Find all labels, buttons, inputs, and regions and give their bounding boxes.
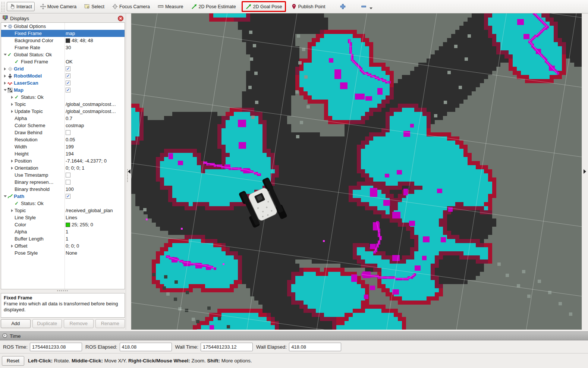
tree-row-use-timestamp[interactable]: Use Timestamp [1,172,125,179]
tree-row-draw-behind[interactable]: Draw Behind [1,129,125,136]
tree-row-path[interactable]: Path✓ [1,193,125,200]
checkbox[interactable] [66,180,70,185]
tree-row-fixed-frame[interactable]: ✓Fixed FrameOK [1,58,125,65]
mouse-help-text: Left-Click: Rotate. Middle-Click: Move X… [28,358,252,364]
tree-row-background-color[interactable]: Background Color48; 48; 48 [1,37,125,44]
tree-row-pose-style[interactable]: Pose StyleNone [1,249,125,257]
tree-row-alpha[interactable]: Alpha0.7 [1,115,125,122]
tree-row-color-scheme[interactable]: Color Schemecostmap [1,122,125,129]
tree-row-resolution[interactable]: Resolution0.05 [1,136,125,143]
dropdown-caret-icon[interactable] [370,7,372,9]
add-button[interactable]: Add [1,319,31,328]
tree-row-status-ok[interactable]: ✓Status: Ok [1,200,125,207]
expander-icon[interactable] [3,25,7,27]
property-value: /global_costmap/cost… [66,101,116,108]
expander-icon[interactable] [10,96,15,99]
time-panel: Time ROS Time:ROS Elapsed:Wall Time:Wall… [0,330,588,353]
value-text: costmap [66,122,84,129]
value-text: 194 [66,150,74,157]
collapse-left-icon[interactable] [128,169,131,174]
checkbox[interactable] [66,130,70,135]
tree-row-color[interactable]: Color25; 255; 0 [1,221,125,228]
right-splitter[interactable] [582,13,588,330]
tool-tool[interactable] [358,2,375,11]
3d-viewport[interactable] [131,13,582,330]
checkbox[interactable]: ✓ [66,81,70,85]
color-swatch[interactable] [66,38,70,43]
tree-row-offset[interactable]: Offset0; 0; 0 [1,242,125,249]
expander-icon[interactable] [3,67,7,70]
minus-icon [361,3,367,10]
tree-row-global-status-ok[interactable]: ✓Global Status: Ok [1,51,125,58]
expander-icon[interactable] [10,110,15,113]
property-label: Status: Ok [21,94,44,101]
ros-elapsed-input[interactable] [120,343,172,351]
reset-button[interactable]: Reset [2,356,24,366]
tree-row-fixed-frame[interactable]: Fixed Framemap [1,30,125,37]
property-label: Buffer Length [15,235,44,242]
tree-row-orientation[interactable]: Orientation0; 0; 0; 1 [1,164,125,172]
checkbox[interactable]: ✓ [66,194,70,199]
value-text: Lines [66,214,77,221]
tree-row-position[interactable]: Position-7.1644; -4.2377; 0 [1,157,125,164]
ros-time-input[interactable] [30,343,82,351]
displays-panel: Displays ✕ Global OptionsFixed FramemapB… [0,13,126,330]
tree-row-frame-rate[interactable]: Frame Rate30 [1,44,125,51]
tree-row-height[interactable]: Height194 [1,150,125,157]
checkbox[interactable] [66,173,70,177]
tree-row-width[interactable]: Width199 [1,143,125,150]
tree-row-status-ok[interactable]: ✓Status: Ok [1,94,125,101]
panel-splitter-handle[interactable]: •••••• [1,289,125,293]
tree-row-global-options[interactable]: Global Options [1,23,125,30]
tool-label: Interact [16,4,32,9]
tree-row-laserscan[interactable]: LaserScan✓ [1,79,125,87]
tool-tool[interactable] [337,2,348,11]
checkbox[interactable]: ✓ [66,66,70,71]
render-canvas[interactable] [131,13,582,330]
tool-move-camera[interactable]: Move Camera [38,2,79,11]
expander-icon[interactable] [10,167,15,170]
expander-icon[interactable] [10,103,15,106]
close-icon[interactable]: ✕ [118,16,123,21]
checkbox[interactable]: ✓ [66,73,70,78]
property-label: Global Status: Ok [14,51,52,58]
expander-icon[interactable] [10,160,15,163]
left-splitter[interactable] [126,13,131,330]
property-label: Path [14,193,24,200]
tree-row-topic[interactable]: Topic/global_costmap/cost… [1,101,125,108]
wall-time-input[interactable] [201,343,253,351]
color-swatch[interactable] [66,223,70,227]
property-label: RobotModel [14,72,42,79]
tree-row-binary-threshold[interactable]: Binary threshold100 [1,186,125,193]
expander-icon[interactable] [3,75,7,78]
collapse-right-icon[interactable] [584,169,586,174]
tree-row-update-topic[interactable]: Update Topic/global_costmap/cost… [1,108,125,115]
expander-icon[interactable] [3,54,7,56]
expander-icon[interactable] [3,195,7,197]
wall-elapsed-input[interactable] [289,343,341,351]
tree-row-binary-represen[interactable]: Binary represen… [1,179,125,186]
property-label: Fixed Frame [21,58,48,65]
tool-2d-goal-pose[interactable]: 2D Goal Pose [243,2,284,11]
tool-select[interactable]: Select [82,2,107,11]
checkbox[interactable]: ✓ [66,88,70,92]
tree-row-grid[interactable]: Grid✓ [1,65,125,72]
expander-icon[interactable] [3,89,7,91]
tree-row-buffer-length[interactable]: Buffer Length1 [1,235,125,242]
expander-icon[interactable] [10,209,15,212]
expander-icon[interactable] [10,245,15,248]
tree-row-line-style[interactable]: Line StyleLines [1,214,125,221]
tool-2d-pose-estimate[interactable]: 2D Pose Estimate [189,2,238,11]
tree-row-topic[interactable]: Topic/received_global_plan [1,207,125,214]
expander-icon[interactable] [3,82,7,85]
tool-publish-point[interactable]: Publish Point [289,2,327,11]
tool-interact[interactable]: Interact [7,2,35,11]
check-icon: ✓ [15,94,21,101]
tree-row-map[interactable]: Map✓ [1,87,125,94]
toolbar-drag-handle[interactable] [1,2,4,12]
property-label: Height [15,150,29,157]
tree-row-robotmodel[interactable]: RobotModel✓ [1,72,125,79]
tool-focus-camera[interactable]: Focus Camera [110,2,152,11]
tree-row-alpha[interactable]: Alpha1 [1,228,125,235]
tool-measure[interactable]: Measure [155,2,186,11]
